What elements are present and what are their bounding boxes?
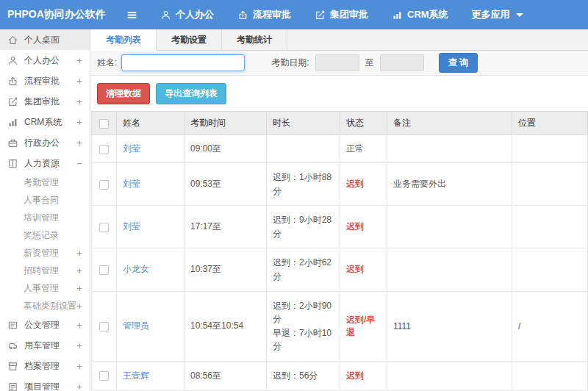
top-nav-item-0[interactable]: 个人办公	[160, 8, 214, 21]
row-checkbox[interactable]	[99, 223, 109, 232]
expand-plus-icon[interactable]: +	[76, 137, 82, 148]
row-checkbox[interactable]	[99, 180, 109, 190]
expand-plus-icon[interactable]: +	[76, 117, 82, 128]
top-nav-item-2[interactable]: 集团审批	[315, 8, 368, 21]
person-icon	[160, 10, 171, 21]
sidebar-subitem-6-2[interactable]: 培训管理	[0, 209, 90, 226]
cell-name: 小龙女	[117, 248, 184, 291]
expand-plus-icon[interactable]: +	[76, 76, 82, 87]
expand-plus-icon[interactable]: +	[76, 381, 82, 391]
tab-bar: 考勤列表考勤设置考勤统计	[91, 29, 588, 51]
collapse-minus-icon[interactable]: −	[76, 158, 82, 169]
employee-name-link[interactable]: 管理员	[123, 320, 149, 331]
book-icon	[7, 158, 18, 169]
menu-toggle-icon[interactable]	[126, 9, 138, 21]
export-list-button[interactable]: 导出查询列表	[156, 83, 226, 104]
cell-time: 10:37至	[184, 248, 267, 291]
table-row: 刘莹09:00至正常	[92, 135, 588, 163]
cell-name: 刘莹	[117, 206, 184, 248]
expand-plus-icon[interactable]: +	[76, 96, 82, 107]
filter-bar: 姓名: 考勤日期: 至 查 询	[91, 51, 588, 76]
sidebar-item-6[interactable]: 人力资源−	[0, 153, 90, 173]
duration-line: 早退：7小时10分	[273, 326, 334, 354]
top-nav-label: 个人办公	[176, 8, 214, 21]
table-body: 刘莹09:00至正常刘莹09:53至迟到：1小时88分迟到业务需要外出刘莹17:…	[92, 135, 588, 391]
sidebar-item-5[interactable]: 行政办公+	[0, 132, 90, 153]
cell-remark: 1111	[387, 291, 512, 361]
employee-name-link[interactable]: 刘莹	[123, 143, 140, 154]
sidebar-subitem-label: 人事管理	[24, 282, 76, 295]
sidebar-item-8[interactable]: 用车管理+	[0, 335, 90, 356]
cell-status: 迟到	[340, 163, 387, 206]
row-checkbox[interactable]	[99, 265, 109, 275]
tab-2[interactable]: 考勤统计	[222, 29, 287, 50]
top-nav-item-4[interactable]: 更多应用	[472, 8, 523, 21]
name-input[interactable]	[121, 54, 245, 71]
row-checkbox-cell	[92, 163, 117, 206]
sidebar-item-label: 流程审批	[24, 75, 76, 87]
sidebar-subitem-6-4[interactable]: 薪资管理+	[0, 244, 90, 262]
sidebar-subitem-6-5[interactable]: 招聘管理+	[0, 262, 90, 279]
table-row: 刘莹17:17至迟到：9小时28分迟到	[92, 206, 588, 248]
sidebar-subitem-6-0[interactable]: 考勤管理	[0, 173, 90, 191]
sidebar-item-4[interactable]: CRM系统+	[0, 112, 90, 132]
status-badge: 迟到	[346, 264, 364, 274]
top-nav-label: 集团审批	[330, 8, 368, 21]
cell-status: 迟到	[340, 206, 387, 248]
expand-plus-icon[interactable]: +	[76, 55, 82, 66]
row-checkbox[interactable]	[99, 145, 109, 154]
date-from-input[interactable]	[315, 54, 359, 71]
sidebar-item-1[interactable]: 个人办公+	[0, 50, 90, 71]
cell-duration: 迟到：9小时28分	[267, 206, 340, 248]
cell-status: 迟到	[340, 361, 387, 390]
expand-plus-icon[interactable]: +	[76, 340, 82, 351]
sidebar-subitem-label: 薪资管理	[24, 247, 76, 259]
employee-name-link[interactable]: 小龙女	[123, 264, 149, 274]
employee-name-link[interactable]: 刘莹	[123, 221, 140, 232]
sidebar-item-label: 用车管理	[24, 340, 76, 352]
sidebar-item-7[interactable]: 公文管理+	[0, 315, 90, 335]
sidebar-subitem-6-3[interactable]: 奖惩记录	[0, 226, 90, 244]
employee-name-link[interactable]: 王壹辉	[123, 370, 149, 381]
sidebar-subitem-6-7[interactable]: 基础类别设置+	[0, 297, 90, 315]
top-nav-item-1[interactable]: 流程审批	[237, 8, 291, 21]
expand-plus-icon[interactable]: +	[76, 248, 82, 259]
clear-data-button[interactable]: 清理数据	[97, 83, 150, 104]
sidebar-item-10[interactable]: 项目管理+	[0, 376, 90, 391]
expand-plus-icon[interactable]: +	[76, 301, 82, 312]
tab-0[interactable]: 考勤列表	[91, 29, 157, 51]
top-nav: 个人办公流程审批集团审批CRM系统更多应用	[160, 8, 547, 21]
cell-location	[512, 135, 588, 163]
sidebar-subitem-6-1[interactable]: 人事合同	[0, 191, 90, 209]
select-all-checkbox[interactable]	[99, 119, 109, 129]
top-nav-item-3[interactable]: CRM系统	[392, 8, 448, 21]
column-header-1: 考勤时间	[184, 112, 267, 135]
row-checkbox[interactable]	[99, 371, 109, 381]
table-row: 小龙女10:37至迟到：2小时62分迟到	[92, 248, 588, 291]
sidebar-item-9[interactable]: 档案管理+	[0, 356, 90, 376]
sidebar-subitem-6-6[interactable]: 人事管理+	[0, 279, 90, 297]
cell-remark	[387, 135, 512, 163]
row-checkbox[interactable]	[99, 322, 109, 331]
cell-time: 09:00至	[184, 135, 267, 163]
sidebar-item-0[interactable]: 个人桌面	[0, 29, 90, 50]
app-window: PHPOA协同办公软件 个人办公流程审批集团审批CRM系统更多应用 个人桌面个人…	[0, 0, 588, 391]
expand-plus-icon[interactable]: +	[76, 320, 82, 331]
expand-plus-icon[interactable]: +	[76, 361, 82, 372]
attendance-table: 姓名考勤时间时长状态备注位置 刘莹09:00至正常刘莹09:53至迟到：1小时8…	[91, 111, 588, 391]
expand-plus-icon[interactable]: +	[76, 265, 82, 276]
search-button[interactable]: 查 询	[439, 53, 478, 73]
status-badge: 迟到	[346, 179, 364, 189]
cell-remark	[387, 206, 512, 248]
to-label: 至	[365, 57, 374, 69]
expand-plus-icon[interactable]: +	[76, 283, 82, 294]
cell-name: 刘莹	[117, 135, 184, 163]
tab-1[interactable]: 考勤设置	[157, 29, 222, 50]
employee-name-link[interactable]: 刘莹	[123, 179, 140, 189]
cell-time: 17:17至	[184, 206, 267, 248]
table-header-row: 姓名考勤时间时长状态备注位置	[92, 112, 588, 135]
date-to-input[interactable]	[380, 54, 424, 71]
sidebar-item-label: 档案管理	[24, 360, 76, 373]
sidebar-item-3[interactable]: 集团审批+	[0, 91, 90, 112]
sidebar-item-2[interactable]: 流程审批+	[0, 71, 90, 91]
